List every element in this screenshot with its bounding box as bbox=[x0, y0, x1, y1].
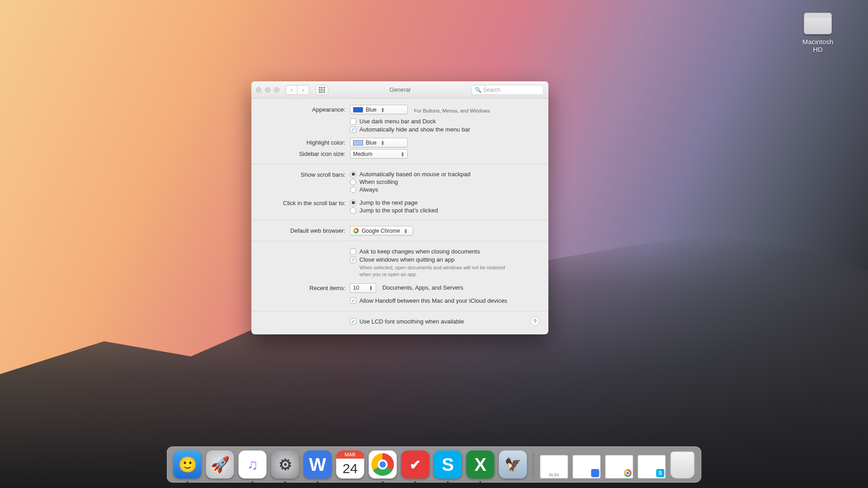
chevron-updown-icon: ▴▾ bbox=[399, 151, 406, 157]
ask-keep-changes-checkbox[interactable]: Ask to keep changes when closing documen… bbox=[350, 248, 539, 255]
todoist-icon: ✔ bbox=[401, 450, 429, 479]
scroll-auto-radio[interactable]: Automatically based on mouse or trackpad bbox=[350, 171, 539, 178]
handoff-checkbox[interactable]: ✓Allow Handoff between this Mac and your… bbox=[350, 297, 539, 304]
skype-icon: S bbox=[434, 450, 462, 479]
dock-todoist[interactable]: ✔ bbox=[401, 450, 429, 479]
desktop-drive[interactable]: Macintosh HD bbox=[797, 13, 838, 53]
dock-excel[interactable]: X bbox=[467, 450, 495, 479]
dock-minimized-4[interactable]: S bbox=[638, 455, 666, 479]
chrome-badge-icon bbox=[624, 469, 632, 477]
dock-chrome[interactable] bbox=[369, 450, 397, 479]
word-badge-icon bbox=[591, 469, 599, 477]
scrollbars-label: Show scroll bars: bbox=[260, 170, 350, 178]
gear-icon: ⚙ bbox=[271, 450, 299, 479]
dock: 🙂 🚀 ⚙ W MAR 24 ✔ S X 🦅 XLSX S bbox=[167, 446, 702, 483]
dock-skype[interactable]: S bbox=[434, 450, 462, 479]
radio-icon bbox=[350, 179, 356, 185]
checkbox-checked-icon: ✓ bbox=[350, 318, 356, 324]
search-placeholder: Search bbox=[483, 87, 500, 93]
dock-launchpad[interactable]: 🚀 bbox=[206, 450, 234, 479]
titlebar[interactable]: ‹ › General 🔍 Search bbox=[251, 81, 548, 99]
click-spot-radio[interactable]: Jump to the spot that's clicked bbox=[350, 207, 539, 214]
recent-items-select[interactable]: 10 ▴▾ bbox=[350, 283, 376, 293]
forward-button[interactable]: › bbox=[297, 85, 309, 95]
chevron-updown-icon: ▴▾ bbox=[379, 107, 386, 113]
radio-icon bbox=[350, 187, 356, 193]
scroll-always-radio[interactable]: Always bbox=[350, 186, 539, 193]
sidebar-size-select[interactable]: Medium ▴▾ bbox=[350, 149, 408, 159]
help-button[interactable]: ? bbox=[530, 317, 539, 326]
highlight-label: Highlight color: bbox=[260, 138, 350, 146]
radio-selected-icon bbox=[350, 200, 356, 206]
dock-system-preferences[interactable]: ⚙ bbox=[271, 450, 299, 479]
dock-calendar[interactable]: MAR 24 bbox=[336, 450, 364, 479]
scroll-click-label: Click in the scroll bar to: bbox=[260, 198, 350, 206]
back-button[interactable]: ‹ bbox=[286, 85, 297, 95]
chrome-icon bbox=[353, 228, 359, 234]
dock-itunes[interactable] bbox=[239, 450, 267, 479]
chrome-icon bbox=[372, 453, 394, 476]
calendar-day: 24 bbox=[336, 459, 364, 479]
appearance-label: Appearance: bbox=[260, 105, 350, 113]
dock-trash[interactable] bbox=[670, 451, 695, 479]
close-windows-hint: When selected, open documents and window… bbox=[359, 264, 513, 278]
dock-word[interactable]: W bbox=[304, 450, 332, 479]
checkbox-icon bbox=[350, 118, 356, 125]
auto-hide-menubar-checkbox[interactable]: ✓ Automatically hide and show the menu b… bbox=[350, 126, 539, 133]
blue-swatch-icon bbox=[353, 107, 363, 113]
calendar-month: MAR bbox=[336, 450, 364, 459]
dock-minimized-2[interactable] bbox=[573, 455, 601, 479]
recent-items-label: Recent items: bbox=[260, 283, 350, 291]
close-button[interactable] bbox=[256, 87, 261, 93]
checkbox-icon bbox=[350, 249, 356, 255]
highlight-color-select[interactable]: Blue ▴▾ bbox=[350, 138, 408, 147]
default-browser-select[interactable]: Google Chrome ▴▾ bbox=[350, 226, 413, 235]
word-icon: W bbox=[304, 450, 332, 479]
excel-icon: X bbox=[467, 450, 495, 479]
highlight-swatch-icon bbox=[353, 140, 363, 145]
search-field[interactable]: 🔍 Search bbox=[472, 85, 544, 95]
zoom-button[interactable] bbox=[274, 87, 279, 93]
checkbox-checked-icon: ✓ bbox=[350, 257, 356, 263]
lcd-smoothing-checkbox[interactable]: ✓Use LCD font smoothing when available bbox=[350, 318, 464, 325]
traffic-lights bbox=[256, 87, 279, 93]
skype-badge-icon: S bbox=[656, 469, 665, 477]
hard-drive-icon bbox=[804, 13, 832, 34]
radio-icon bbox=[350, 207, 356, 214]
dock-finder[interactable]: 🙂 bbox=[174, 450, 202, 479]
dock-minimized-3[interactable] bbox=[605, 455, 633, 479]
grid-icon bbox=[319, 87, 325, 93]
click-next-page-radio[interactable]: Jump to the next page bbox=[350, 199, 539, 206]
show-all-button[interactable] bbox=[316, 85, 328, 95]
appearance-hint: For Buttons, Menus, and Windows bbox=[414, 108, 490, 113]
stamp-icon: 🦅 bbox=[499, 450, 527, 479]
launchpad-icon: 🚀 bbox=[206, 450, 234, 479]
drive-label: Macintosh HD bbox=[797, 38, 838, 53]
dark-menu-checkbox[interactable]: Use dark menu bar and Dock bbox=[350, 118, 539, 125]
sidebar-size-label: Sidebar icon size: bbox=[260, 149, 350, 157]
finder-icon: 🙂 bbox=[174, 450, 202, 479]
search-icon: 🔍 bbox=[475, 87, 481, 93]
chevron-updown-icon: ▴▾ bbox=[379, 140, 386, 145]
checkbox-checked-icon: ✓ bbox=[350, 297, 356, 304]
default-browser-label: Default web browser: bbox=[260, 226, 350, 234]
dock-minimized-1[interactable]: XLSX bbox=[540, 455, 568, 479]
chevron-updown-icon: ▴▾ bbox=[403, 228, 409, 234]
checkbox-checked-icon: ✓ bbox=[350, 127, 356, 133]
chevron-updown-icon: ▴▾ bbox=[368, 285, 374, 291]
appearance-select[interactable]: Blue ▴▾ bbox=[350, 105, 408, 114]
dock-divider bbox=[533, 452, 534, 479]
close-windows-checkbox[interactable]: ✓Close windows when quitting an app bbox=[350, 256, 539, 263]
minimize-button[interactable] bbox=[265, 87, 270, 93]
dock-mail[interactable]: 🦅 bbox=[499, 450, 527, 479]
scroll-when-radio[interactable]: When scrolling bbox=[350, 178, 539, 185]
recent-items-hint: Documents, Apps, and Servers bbox=[382, 284, 463, 291]
radio-selected-icon bbox=[350, 171, 356, 178]
system-preferences-window: ‹ › General 🔍 Search Appearance: Blue ▴▾… bbox=[251, 81, 548, 334]
